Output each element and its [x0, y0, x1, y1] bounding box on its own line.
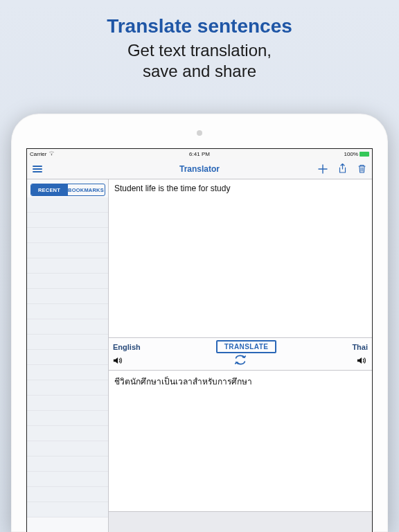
nav-bar: Translator: [27, 159, 372, 179]
bottom-toolbar: [109, 511, 372, 532]
status-bar: Carrier 6:41 PM 100%: [27, 149, 372, 159]
tab-recent[interactable]: RECENT: [31, 184, 68, 195]
main-panel: Student life is the time for study Engli…: [109, 179, 372, 532]
tab-bookmarks[interactable]: BOOKMARKS: [68, 184, 105, 195]
list-item[interactable]: [27, 426, 108, 441]
sidebar-tabs: RECENT BOOKMARKS: [30, 184, 105, 196]
list-item[interactable]: [27, 335, 108, 350]
source-language-label[interactable]: English: [113, 343, 141, 351]
list-item[interactable]: [27, 456, 108, 472]
list-item[interactable]: [27, 487, 108, 502]
list-item[interactable]: [27, 441, 108, 456]
content-area: RECENT BOOKMARKS: [27, 179, 372, 532]
list-item[interactable]: [27, 319, 108, 335]
list-item[interactable]: [27, 380, 108, 396]
device-camera: [197, 130, 202, 136]
app-screen: Carrier 6:41 PM 100% Translator: [26, 148, 373, 532]
list-item[interactable]: [27, 350, 108, 365]
promo-subline-1: Get text translation,: [127, 41, 272, 60]
promo-subline-2: save and share: [143, 62, 256, 80]
history-list[interactable]: [27, 197, 108, 532]
speak-target-button[interactable]: [357, 356, 368, 366]
list-item[interactable]: [27, 243, 108, 258]
promo-subtitle: Get text translation, save and share: [0, 40, 399, 82]
list-item[interactable]: [27, 228, 108, 243]
list-item[interactable]: [27, 502, 108, 517]
speak-source-button[interactable]: [113, 356, 124, 366]
swap-languages-button[interactable]: [234, 355, 247, 367]
target-text-output: ชีวิตนักศึกษาเป็นเวลาสำหรับการศึกษา: [109, 371, 372, 511]
target-language-label[interactable]: Thai: [352, 343, 368, 351]
list-item[interactable]: [27, 396, 108, 411]
list-item[interactable]: [27, 365, 108, 380]
list-item[interactable]: [27, 411, 108, 426]
list-item[interactable]: [27, 274, 108, 289]
list-item[interactable]: [27, 213, 108, 228]
nav-title: Translator: [27, 164, 372, 174]
language-bar: English TRANSLATE Thai: [109, 337, 372, 371]
list-item[interactable]: [27, 304, 108, 319]
list-item[interactable]: [27, 472, 108, 487]
promo-title: Translate sentences: [0, 0, 399, 37]
sidebar: RECENT BOOKMARKS: [27, 179, 109, 532]
list-item[interactable]: [27, 258, 108, 274]
translate-button[interactable]: TRANSLATE: [216, 340, 276, 353]
source-text-input[interactable]: Student life is the time for study: [109, 179, 372, 337]
list-item[interactable]: [27, 289, 108, 304]
list-item[interactable]: [27, 197, 108, 213]
status-time: 6:41 PM: [27, 151, 372, 157]
device-frame: Carrier 6:41 PM 100% Translator: [11, 114, 388, 532]
